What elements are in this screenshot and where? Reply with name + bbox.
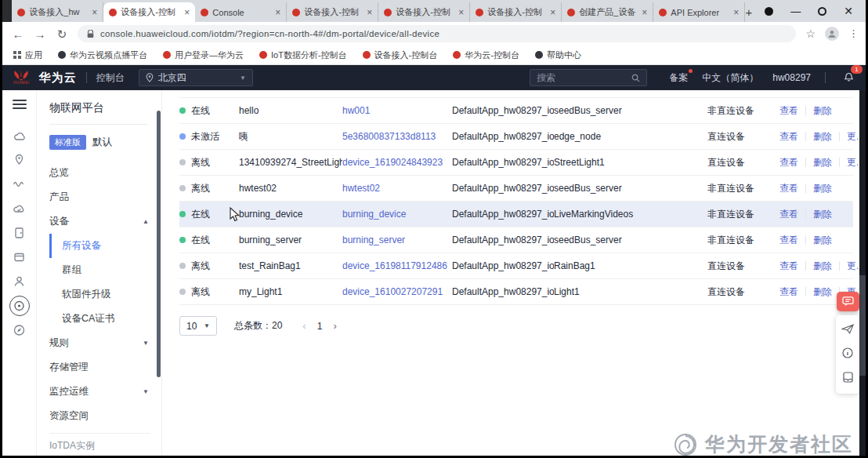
row-action-link[interactable]: 删除 (813, 130, 832, 144)
menu-item-beian[interactable]: 备案 (669, 71, 688, 85)
service-person-icon[interactable] (8, 269, 31, 293)
device-id-link[interactable]: hwtest02 (342, 183, 452, 194)
refresh-icon[interactable]: ↻ (56, 28, 68, 40)
bookmark-item[interactable]: IoT数据分析-控制台 (259, 49, 347, 61)
row-action-link[interactable]: 查看 (779, 208, 798, 221)
device-id-link[interactable]: device_1610027207291 (342, 286, 452, 297)
sidebar-item[interactable]: 资源空间 (49, 404, 161, 428)
service-wave-icon[interactable] (8, 172, 31, 196)
row-action-link[interactable]: 查看 (779, 260, 798, 273)
service-door-icon[interactable] (8, 220, 31, 245)
window-close-button[interactable]: ✕ (844, 5, 853, 17)
browser-scrollbar[interactable] (859, 90, 866, 456)
bookmark-item[interactable]: 华为云-控制台 (453, 49, 519, 61)
row-action-link[interactable]: 查看 (779, 285, 798, 299)
device-row[interactable]: 未激活咦5e36800837133d8113DefaultApp_hw08297… (179, 124, 853, 150)
next-page-button[interactable]: › (333, 320, 336, 332)
address-bar[interactable]: console.huaweicloud.com/iotdm/?region=cn… (78, 25, 796, 42)
tab-close-icon[interactable]: × (92, 8, 97, 17)
tab-close-icon[interactable]: × (184, 8, 190, 17)
minimize-button[interactable]: — (790, 6, 801, 16)
tab-close-icon[interactable]: × (458, 8, 464, 17)
device-row[interactable]: 离线my_Light1device_1610027207291DefaultAp… (179, 279, 853, 305)
menu-item-account[interactable]: hw08297 (772, 72, 811, 83)
row-action-link[interactable]: 删除 (813, 234, 832, 247)
row-action-link[interactable]: 删除 (813, 285, 832, 299)
new-tab-button[interactable]: + (745, 2, 752, 22)
tab-close-icon[interactable]: × (367, 8, 372, 17)
browser-tab[interactable]: API Explorer× (653, 2, 745, 22)
browser-menu-icon[interactable]: ⋮ (848, 32, 856, 35)
row-action-link[interactable]: 查看 (779, 130, 798, 144)
page-size-select[interactable]: 10 ▼ (179, 316, 217, 336)
device-row[interactable]: 离线test_RainBag1device_16198117912486Defa… (179, 253, 853, 279)
prev-page-button[interactable]: ‹ (302, 320, 306, 332)
sidebar-item[interactable]: 群组 (49, 258, 161, 282)
tab-close-icon[interactable]: × (733, 8, 739, 17)
row-action-link[interactable]: 删除 (813, 156, 832, 169)
service-cloud-icon[interactable] (8, 123, 31, 147)
row-action-link[interactable]: 删除 (813, 260, 832, 273)
sidebar-item[interactable]: 产品 (49, 185, 161, 209)
sidebar-item[interactable]: IoTDA实例 (49, 433, 150, 456)
device-id-link[interactable]: 5e36800837133d8113 (342, 131, 452, 142)
browser-tab[interactable]: 创建产品_设备× (562, 2, 653, 22)
bookmark-star-icon[interactable]: ☆ (805, 27, 816, 40)
sidebar-item[interactable]: 设备CA证书 (49, 307, 161, 331)
header-search-input[interactable]: 搜索 (530, 69, 647, 86)
edition-badge[interactable]: 标准版 (49, 135, 86, 150)
region-selector[interactable]: 北京四 ▼ (139, 69, 253, 86)
browser-tab[interactable]: Console× (195, 2, 287, 22)
bookmark-item[interactable]: 应用 (13, 49, 42, 61)
sidebar-item[interactable]: 存储管理 (49, 355, 161, 380)
tab-close-icon[interactable]: × (550, 8, 555, 17)
bookmark-item[interactable]: 设备接入-控制台 (363, 49, 438, 61)
bookmark-item[interactable]: 用户登录—华为云 (163, 49, 244, 61)
device-row[interactable]: 离线hwtest02hwtest02DefaultApp_hw08297_iot… (179, 176, 853, 202)
bookmark-item[interactable]: 华为云视频点播平台 (58, 49, 147, 61)
back-icon[interactable]: ← (12, 28, 24, 40)
device-id-link[interactable]: burning_device (342, 209, 452, 220)
row-action-link[interactable]: 删除 (813, 104, 832, 118)
device-row[interactable]: 在线burning_deviceburning_deviceDefaultApp… (179, 202, 853, 227)
service-cloud2-icon[interactable] (8, 196, 31, 220)
console-link[interactable]: 控制台 (96, 71, 125, 85)
browser-tab[interactable]: 设备接入_hw× (12, 2, 103, 22)
sidebar-item[interactable]: 规则▼ (49, 331, 161, 355)
service-pin-icon[interactable] (8, 147, 31, 172)
browser-tab[interactable]: 设备接入-控制× (103, 2, 195, 22)
row-action-link[interactable]: 查看 (779, 234, 798, 247)
service-compass-icon[interactable] (8, 318, 31, 342)
profile-avatar[interactable] (825, 27, 839, 41)
row-action-link[interactable]: 查看 (779, 104, 798, 118)
browser-tab[interactable]: 设备接入-控制× (378, 2, 470, 22)
scrollbar-thumb[interactable] (859, 275, 866, 376)
device-row[interactable]: 离线13410939274_StreetLight9device_1619024… (179, 150, 853, 176)
row-action-link[interactable]: 删除 (813, 182, 832, 195)
tab-close-icon[interactable]: × (642, 8, 647, 17)
notification-bell-icon[interactable]: 1 (843, 71, 855, 85)
hamburger-menu-icon[interactable] (13, 100, 27, 109)
tab-close-icon[interactable]: × (275, 8, 280, 17)
row-action-link[interactable]: 查看 (779, 182, 798, 195)
service-target-icon[interactable] (9, 296, 30, 316)
browser-tab[interactable]: 设备接入-控制× (287, 2, 378, 22)
device-id-link[interactable]: device_16198117912486 (342, 260, 452, 271)
device-id-link[interactable]: device_1619024843923 (342, 157, 452, 168)
service-tag-icon[interactable] (8, 245, 31, 269)
docs-icon[interactable] (843, 372, 853, 386)
bookmark-item[interactable]: 帮助中心 (535, 49, 581, 61)
info-icon[interactable] (842, 347, 853, 362)
browser-tab[interactable]: 设备接入-控制× (470, 2, 562, 22)
device-id-link[interactable]: burning_server (342, 234, 452, 245)
sidebar-item[interactable]: 总览 (49, 161, 161, 185)
menu-item-language[interactable]: 中文（简体） (702, 71, 758, 85)
feedback-button[interactable] (837, 292, 859, 311)
sidebar-item[interactable]: 软固件升级 (49, 282, 161, 307)
sidebar-item[interactable]: 监控运维▼ (49, 380, 161, 404)
service-plane-icon[interactable] (841, 323, 854, 337)
sidebar-item[interactable]: 所有设备 (49, 234, 161, 258)
huawei-logo-icon[interactable]: HUAWEI (13, 70, 30, 85)
row-action-link[interactable]: 删除 (813, 208, 832, 221)
device-row[interactable]: 在线burning_serverburning_serverDefaultApp… (179, 227, 853, 253)
